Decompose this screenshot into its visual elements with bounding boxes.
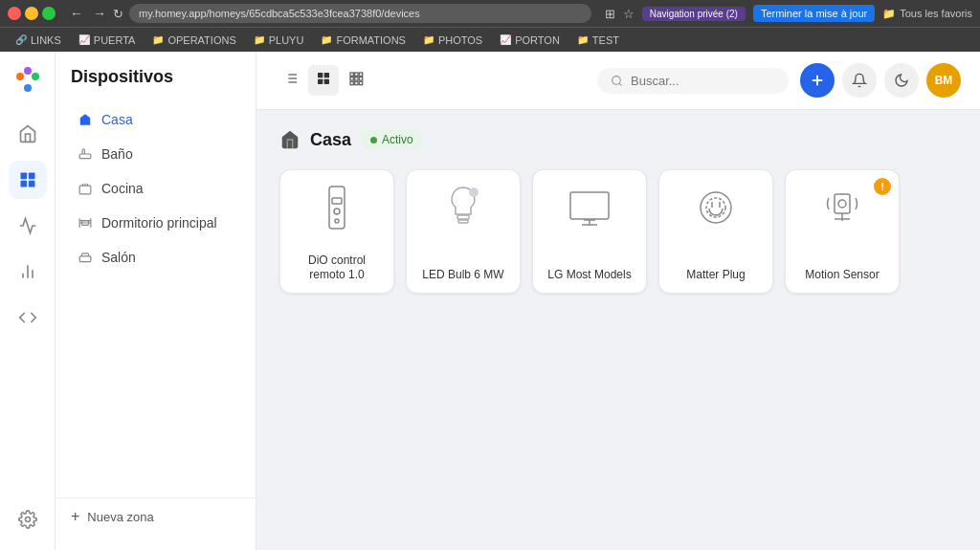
- svg-rect-30: [350, 77, 353, 80]
- svg-rect-8: [28, 181, 34, 187]
- porton-icon: 📈: [500, 34, 511, 45]
- bookmark-operations[interactable]: 📁 OPERATIONS: [145, 33, 243, 48]
- maximize-btn[interactable]: [42, 7, 56, 20]
- bookmark-formations[interactable]: 📁 FORMATIONS: [313, 33, 413, 48]
- section-home-icon: [279, 129, 301, 150]
- sidebar-item-cocina[interactable]: Cocina: [63, 172, 248, 205]
- section-header: Casa Activo: [279, 129, 957, 150]
- device-card-plug[interactable]: Matter Plug: [658, 169, 773, 294]
- svg-point-4: [24, 67, 32, 75]
- nav-devices-icon[interactable]: [9, 161, 47, 199]
- favorites-button[interactable]: 📁 Tous les favoris: [882, 8, 972, 20]
- nav-arrows: ← → ↻: [67, 6, 123, 21]
- nav-code-icon[interactable]: [9, 298, 47, 337]
- grid-view-button[interactable]: [308, 65, 339, 96]
- sidebar-title: Dispositivos: [56, 67, 256, 102]
- private-mode-badge: Navigation privée (2): [642, 7, 746, 21]
- svg-rect-28: [355, 73, 358, 76]
- add-zone-button[interactable]: + Nueva zona: [56, 497, 256, 535]
- bulb-status-dot: [469, 187, 479, 197]
- search-icon: [611, 75, 623, 87]
- svg-rect-27: [350, 73, 353, 76]
- devices-grid: DiO control remoto 1.0 LED Bulb 6 MW: [279, 169, 957, 294]
- device-card-bulb[interactable]: LED Bulb 6 MW: [406, 169, 521, 294]
- back-button[interactable]: ←: [67, 6, 86, 21]
- device-card-motion[interactable]: ! Motion Sensor: [785, 169, 900, 294]
- pluyu-icon: 📁: [254, 34, 265, 45]
- notifications-button[interactable]: [842, 63, 877, 98]
- nav-flows-icon[interactable]: [9, 207, 47, 245]
- svg-point-43: [334, 209, 340, 214]
- svg-rect-16: [79, 256, 91, 262]
- bookmark-pluyu[interactable]: 📁 PLUYU: [246, 33, 312, 48]
- sidebar-item-casa[interactable]: Casa: [63, 103, 248, 136]
- bookmark-star-icon[interactable]: ☆: [623, 7, 635, 21]
- bookmark-test[interactable]: 📁 TEST: [569, 33, 627, 48]
- user-avatar[interactable]: BM: [926, 63, 961, 98]
- svg-rect-29: [359, 73, 362, 76]
- casa-icon: [78, 113, 92, 126]
- bano-icon: [78, 147, 92, 161]
- links-icon: 🔗: [15, 34, 27, 45]
- lg-device-name: LG Most Models: [547, 268, 631, 283]
- window-controls: [8, 7, 56, 20]
- motion-device-name: Motion Sensor: [805, 268, 879, 283]
- plug-device-icon: [695, 184, 737, 231]
- folder-icon: 📁: [882, 8, 896, 20]
- svg-rect-45: [457, 215, 469, 219]
- content-area: Casa Activo: [256, 110, 980, 313]
- salon-icon: [78, 251, 92, 264]
- dio-device-name: DiO control remoto 1.0: [292, 253, 382, 283]
- puerta-icon: 📈: [78, 34, 90, 45]
- minimize-btn[interactable]: [25, 7, 38, 20]
- svg-rect-26: [324, 79, 329, 84]
- operations-icon: 📁: [152, 34, 164, 45]
- svg-rect-5: [20, 173, 27, 180]
- search-input[interactable]: [631, 74, 765, 88]
- svg-rect-31: [355, 77, 358, 80]
- compact-view-button[interactable]: [341, 65, 371, 96]
- add-device-button[interactable]: [800, 63, 835, 98]
- bulb-device-name: LED Bulb 6 MW: [422, 268, 503, 283]
- app-logo[interactable]: [11, 63, 45, 98]
- sidebar-item-dormitorio[interactable]: Dormitorio principal: [63, 207, 248, 239]
- photos-icon: 📁: [423, 34, 434, 45]
- svg-rect-23: [318, 73, 323, 77]
- list-view-button[interactable]: [276, 65, 306, 96]
- svg-rect-47: [570, 192, 609, 219]
- sidebar-item-salon[interactable]: Salón: [63, 241, 248, 274]
- svg-rect-46: [458, 220, 468, 223]
- address-bar[interactable]: my.homey.app/homeys/65cdbca5c533e3fcea37…: [129, 4, 591, 23]
- dio-device-icon: [322, 184, 352, 231]
- svg-rect-42: [332, 198, 342, 204]
- nav-insights-icon[interactable]: [9, 253, 47, 291]
- svg-point-44: [335, 219, 339, 223]
- translate-icon[interactable]: ⊞: [605, 7, 615, 21]
- bookmark-porton[interactable]: 📈 PORTON: [492, 33, 568, 48]
- url-text: my.homey.app/homeys/65cdbca5c533e3fcea37…: [139, 8, 420, 19]
- svg-point-3: [24, 84, 32, 92]
- test-icon: 📁: [577, 34, 589, 45]
- header-actions: BM: [800, 63, 961, 98]
- nav-home-icon[interactable]: [9, 115, 47, 153]
- forward-button[interactable]: →: [90, 6, 109, 21]
- motion-warning-badge: !: [874, 178, 891, 195]
- nav-settings-icon[interactable]: [9, 500, 47, 539]
- bookmark-links[interactable]: 🔗 LINKS: [8, 33, 69, 48]
- device-card-lg[interactable]: LG Most Models: [532, 169, 647, 294]
- lg-device-icon: [567, 184, 612, 231]
- motion-device-icon: [821, 184, 863, 231]
- svg-point-51: [701, 192, 731, 223]
- reload-button[interactable]: ↻: [113, 6, 123, 21]
- cocina-icon: [78, 182, 92, 195]
- svg-point-36: [612, 76, 621, 84]
- svg-point-52: [706, 198, 725, 217]
- bookmark-photos[interactable]: 📁 PHOTOS: [415, 33, 490, 48]
- device-card-dio[interactable]: DiO control remoto 1.0: [279, 169, 394, 294]
- sidebar-item-bano[interactable]: Baño: [63, 138, 248, 170]
- close-btn[interactable]: [8, 7, 21, 20]
- app-container: Dispositivos Casa Baño Cocina Dormitorio…: [0, 52, 980, 550]
- bookmark-puerta[interactable]: 📈 PUERTA: [71, 33, 144, 48]
- dark-mode-button[interactable]: [884, 63, 919, 98]
- finish-update-button[interactable]: Terminer la mise à jour: [753, 5, 875, 22]
